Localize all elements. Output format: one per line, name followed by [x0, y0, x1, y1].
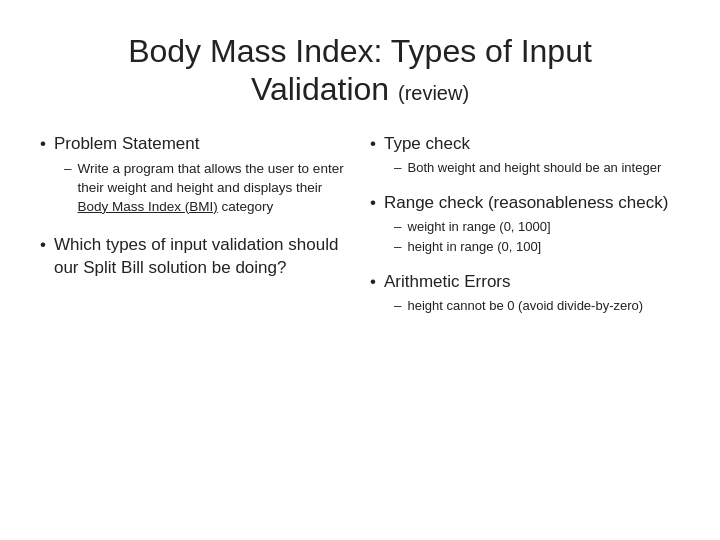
range-check-main: • Range check (reasonableness check) [370, 192, 680, 215]
title-validation: Validation [251, 71, 389, 107]
title-review: (review) [398, 82, 469, 104]
right-column: • Type check – Both weight and height sh… [370, 133, 680, 516]
title-block: Body Mass Index: Types of Input Validati… [40, 32, 680, 109]
bullet-dot-r1: • [370, 134, 376, 154]
bullet-dot-1: • [40, 134, 46, 154]
sub-dash-r2b: – [394, 238, 402, 257]
bullet-main-which: • Which types of input validation should… [40, 234, 350, 280]
bullet-dot-r3: • [370, 272, 376, 292]
range-check-sub-text-1: weight in range (0, 1000] [408, 218, 551, 236]
range-check-subs: – weight in range (0, 1000] – height in … [394, 218, 680, 258]
bullet-type-check: • Type check – Both weight and height sh… [370, 133, 680, 178]
type-check-sub-text-1: Both weight and height should be an inte… [408, 159, 662, 177]
type-check-main: • Type check [370, 133, 680, 156]
bullet-which-types: • Which types of input validation should… [40, 234, 350, 280]
problem-sub-1: – Write a program that allows the user t… [64, 160, 350, 217]
problem-sub-text-1: Write a program that allows the user to … [78, 160, 350, 217]
content-columns: • Problem Statement – Write a program th… [40, 133, 680, 516]
arithmetic-errors-sub-text-1: height cannot be 0 (avoid divide-by-zero… [408, 297, 644, 315]
range-check-sub-2: – height in range (0, 100] [394, 238, 680, 257]
slide-title-line1: Body Mass Index: Types of Input [40, 32, 680, 70]
range-check-label: Range check (reasonableness check) [384, 192, 668, 215]
slide: Body Mass Index: Types of Input Validati… [0, 0, 720, 540]
problem-statement-label: Problem Statement [54, 133, 200, 156]
arithmetic-errors-sub-1: – height cannot be 0 (avoid divide-by-ze… [394, 297, 680, 316]
type-check-subs: – Both weight and height should be an in… [394, 159, 680, 178]
arithmetic-errors-subs: – height cannot be 0 (avoid divide-by-ze… [394, 297, 680, 316]
range-check-sub-text-2: height in range (0, 100] [408, 238, 542, 256]
type-check-label: Type check [384, 133, 470, 156]
bullet-dot-r2: • [370, 193, 376, 213]
arithmetic-errors-label: Arithmetic Errors [384, 271, 511, 294]
bullet-range-check: • Range check (reasonableness check) – w… [370, 192, 680, 258]
sub-dash-r1: – [394, 159, 402, 178]
bullet-main-problem: • Problem Statement [40, 133, 350, 156]
type-check-sub-1: – Both weight and height should be an in… [394, 159, 680, 178]
which-types-label: Which types of input validation should o… [54, 234, 350, 280]
bullet-problem-statement: • Problem Statement – Write a program th… [40, 133, 350, 217]
bmi-link: Body Mass Index (BMI) [78, 199, 218, 214]
bullet-arithmetic-errors: • Arithmetic Errors – height cannot be 0… [370, 271, 680, 316]
sub-dash-1: – [64, 160, 72, 179]
problem-sub-bullets: – Write a program that allows the user t… [64, 160, 350, 217]
arithmetic-errors-main: • Arithmetic Errors [370, 271, 680, 294]
range-check-sub-1: – weight in range (0, 1000] [394, 218, 680, 237]
sub-dash-r3: – [394, 297, 402, 316]
sub-dash-r2a: – [394, 218, 402, 237]
slide-title-line2: Validation (review) [40, 70, 680, 108]
left-column: • Problem Statement – Write a program th… [40, 133, 350, 516]
bullet-dot-2: • [40, 235, 46, 255]
